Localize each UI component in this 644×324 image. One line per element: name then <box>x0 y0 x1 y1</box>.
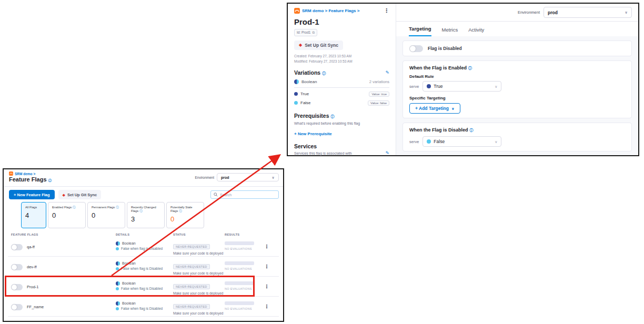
results-bar <box>225 241 254 245</box>
stat-card-potentially-stale-flags[interactable]: Potentially Stale Flagsⓘ 0 <box>166 202 204 228</box>
kebab-menu-icon[interactable]: ⋮ <box>264 284 269 289</box>
targeting-tab-content: Flag is Disabled When the Flag is Enable… <box>396 36 638 155</box>
flag-toggle[interactable] <box>11 304 23 310</box>
stat-value: 0 <box>170 215 200 223</box>
results-text: NO EVALUATIONS <box>225 247 254 250</box>
table-row-prod-1[interactable]: Prod-1 Boolean False when flag is Disabl… <box>8 278 279 297</box>
flag-id-text: Id: Prod1 <box>297 31 310 34</box>
kebab-menu-icon[interactable]: ⋮ <box>264 304 269 309</box>
tab-activity[interactable]: Activity <box>468 27 484 36</box>
flag-detail-sidebar: SRM demo > Feature Flags > ⋮ Prod-1 Id: … <box>288 4 396 155</box>
info-icon: ⓘ <box>470 128 474 132</box>
tab-metrics[interactable]: Metrics <box>442 27 458 36</box>
info-icon: ⓘ <box>139 209 143 212</box>
when-enabled-card: When the Flag is Enabledⓘ Default Rule s… <box>402 60 632 118</box>
edit-variations-icon[interactable]: ✎ <box>385 70 389 75</box>
search-icon <box>214 193 218 197</box>
results-bar <box>225 301 254 305</box>
flag-toggle[interactable] <box>11 264 23 270</box>
edit-services-icon[interactable]: ✎ <box>385 150 389 156</box>
flag-state-label: Flag is Disabled <box>428 46 462 51</box>
flag-name[interactable]: dev-ff <box>27 265 37 269</box>
info-icon: ⓘ <box>116 206 119 209</box>
true-variation-dot <box>294 92 298 96</box>
boolean-variation-icon <box>116 301 120 306</box>
stat-value: 0 <box>52 211 82 219</box>
stat-card-recently-changed-flags[interactable]: Recently Changed Flagsⓘ 3 <box>127 202 165 228</box>
boolean-variation-icon <box>116 281 120 286</box>
flag-name[interactable]: qa-ff <box>27 245 35 249</box>
status-text: Make sure your code is deployed <box>173 271 223 275</box>
created-timestamp: Created: February 27, 2023 10:53 AM <box>294 54 389 59</box>
page-title: Feature Flagsⓘ <box>9 176 52 183</box>
add-targeting-label: + Add Targeting <box>415 106 449 111</box>
info-icon: ⓘ <box>468 66 472 70</box>
services-subtitle: Services this flag is associated with <box>294 151 352 156</box>
kebab-menu-icon[interactable]: ⋮ <box>264 244 269 249</box>
true-variation-dot <box>427 84 431 88</box>
new-prerequisite-link[interactable]: + New Prerequisite <box>294 131 389 136</box>
variation-name: False <box>300 100 311 105</box>
kebab-menu-icon[interactable]: ⋮ <box>384 8 389 14</box>
flag-detail-panel: SRM demo > Feature Flags > ⋮ Prod-1 Id: … <box>287 3 639 156</box>
serve-value: False <box>434 139 445 144</box>
false-variation-dot <box>116 267 119 270</box>
status-text: Make sure your code is deployed <box>173 311 223 315</box>
tab-targeting[interactable]: Targeting <box>409 26 431 36</box>
search-box <box>210 190 279 199</box>
results-text: NO EVALUATIONS <box>225 307 254 310</box>
serve-label: serve <box>409 84 419 89</box>
environment-select[interactable]: prod ∨ <box>217 173 279 181</box>
srm-module-icon <box>294 8 300 14</box>
flag-detail-main: Environment prod ∨ Targeting Metrics Act… <box>396 4 638 155</box>
stat-card-enabled-flags[interactable]: Enabled Flagsⓘ 0 <box>48 202 86 228</box>
new-feature-flag-button[interactable]: + New Feature Flag <box>9 190 55 199</box>
info-icon: ⓘ <box>331 115 335 118</box>
kebab-menu-icon[interactable]: ⋮ <box>264 264 269 269</box>
add-targeting-button[interactable]: + Add Targeting ∨ <box>409 103 460 114</box>
stat-value: 0 <box>92 211 121 219</box>
chevron-down-icon: ∨ <box>271 176 275 179</box>
variations-heading: Variationsⓘ <box>294 69 326 76</box>
search-input[interactable] <box>220 193 276 197</box>
table-row[interactable]: qa-ff Boolean False when flag is Disable… <box>8 238 279 257</box>
breadcrumb[interactable]: SRM demo > Feature Flags > <box>294 8 359 14</box>
stat-card-permanent-flags[interactable]: Permanent Flagsⓘ 0 <box>87 202 125 228</box>
flag-name[interactable]: Prod-1 <box>27 285 39 289</box>
flag-toggle[interactable] <box>11 284 23 290</box>
git-sync-label: Set Up Git Sync <box>67 193 97 197</box>
flag-toggle[interactable] <box>11 244 23 250</box>
boolean-variation-icon <box>294 79 299 84</box>
serve-value: True <box>434 84 442 89</box>
default-rule-label: Default Rule <box>409 74 625 79</box>
flag-name[interactable]: FF_name <box>27 305 44 309</box>
prerequisites-heading: Prerequisitesⓘ <box>294 113 389 119</box>
table-row[interactable]: dev-ff Boolean False when flag is Disabl… <box>8 258 279 277</box>
git-sync-label: Set Up Git Sync <box>305 43 338 48</box>
info-icon: ⓘ <box>48 178 52 182</box>
boolean-variation-icon <box>116 241 120 246</box>
setup-git-sync-button[interactable]: ◆ Set Up Git Sync <box>294 40 343 50</box>
breadcrumb-text[interactable]: SRM demo > Feature Flags > <box>302 8 359 13</box>
table-row[interactable]: FF_name Boolean False when flag is Disab… <box>8 298 279 317</box>
default-rule-serve-select[interactable]: True ∨ <box>422 81 501 92</box>
false-variation-dot <box>294 101 298 105</box>
breadcrumb[interactable]: SRM demo > <box>9 171 35 176</box>
column-header-feature-flags: FEATURE FLAGS <box>11 233 38 236</box>
environment-select[interactable]: prod ∨ <box>544 7 632 18</box>
breadcrumb-text[interactable]: SRM demo > <box>15 172 35 176</box>
false-variation-dot <box>427 139 431 144</box>
status-text: Make sure your code is deployed <box>173 251 223 255</box>
status-badge: NEVER-REQUESTED <box>173 284 210 289</box>
boolean-variation-icon <box>116 261 120 266</box>
stat-card-all-flags[interactable]: All Flags 4 <box>21 202 46 228</box>
copy-icon[interactable]: ⧉ <box>312 31 315 35</box>
flag-state-toggle[interactable] <box>409 45 423 52</box>
chevron-down-icon: ∨ <box>495 140 497 144</box>
git-sync-diamond-icon: ◆ <box>299 43 302 47</box>
disabled-serve-select[interactable]: False ∨ <box>422 136 501 147</box>
list-toolbar: + New Feature Flag ◆ Set Up Git Sync <box>9 190 279 199</box>
setup-git-sync-button[interactable]: ◆ Set Up Git Sync <box>58 190 102 199</box>
srm-module-icon <box>9 171 13 176</box>
status-badge: NEVER-REQUESTED <box>173 264 210 269</box>
